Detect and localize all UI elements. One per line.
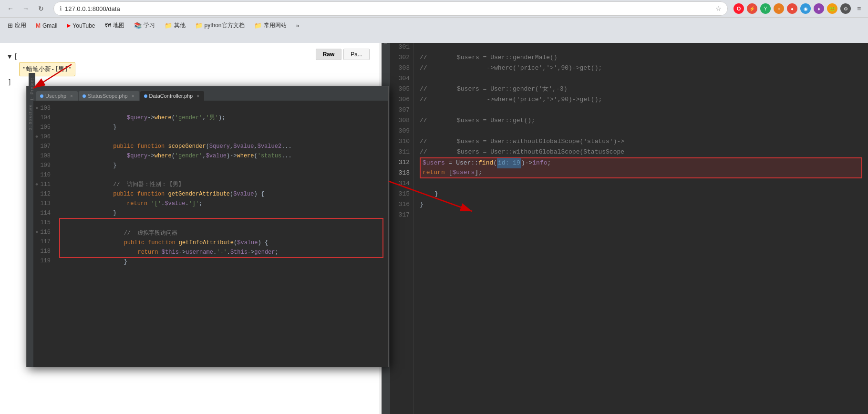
- study-label: 学习: [144, 21, 155, 30]
- raw-parse-buttons: Raw Pa...: [316, 49, 370, 60]
- refresh-button[interactable]: ↻: [34, 2, 48, 15]
- other-label: 其他: [174, 21, 186, 30]
- address-input[interactable]: [65, 5, 713, 12]
- gmail-icon: M: [36, 22, 41, 29]
- ext-icon-3[interactable]: ○: [774, 3, 784, 14]
- apps-icon: ⊞: [8, 22, 13, 29]
- ext-icon-7[interactable]: ⚙: [840, 3, 851, 14]
- code-line-307: [420, 105, 862, 115]
- overlay-tab-label-statusscope: StatusScope.php: [88, 93, 128, 99]
- code-line-313: return [$users];: [420, 168, 862, 178]
- json-string: "蜡笔小新-[男]": [19, 62, 75, 76]
- lock-icon: ℹ: [60, 5, 62, 12]
- code-line-311: // $users = User::withoutGlobalScope(Sta…: [420, 147, 862, 157]
- apps-label: 应用: [15, 21, 26, 30]
- ext-icon-2[interactable]: Y: [760, 3, 771, 14]
- overlay-dot-statusscope: [83, 94, 86, 98]
- code-line-306: // ->where('price','>',90)->get();: [420, 94, 862, 105]
- code-line-308: // $users = User::get();: [420, 115, 862, 126]
- overlay-close-datacontroller[interactable]: ×: [196, 93, 199, 99]
- overlay-line-110: // 访问器：性别：【男】: [58, 170, 384, 180]
- menu-icon[interactable]: ≡: [854, 3, 864, 14]
- ide-main-content: 1: Project 299300301302303 3043053063073…: [382, 17, 868, 414]
- bookmark-gmail[interactable]: M Gmail: [32, 21, 61, 31]
- python-label: python官方文档: [205, 21, 245, 30]
- bookmark-more[interactable]: »: [292, 21, 303, 31]
- forward-button[interactable]: →: [19, 2, 32, 15]
- bookmark-study[interactable]: 📚 学习: [130, 20, 159, 31]
- overlay-tab-statusscope[interactable]: StatusScope.php ×: [79, 91, 139, 101]
- code-area-main[interactable]: // $users = User::where('gender','男') //…: [414, 17, 868, 414]
- ide-main-panel: User.php × StatusScope.php × DataControl…: [382, 0, 868, 414]
- bookmarks-bar: ⊞ 应用 M Gmail ▶ YouTube 🗺 地图 📚 学习 📁 其他 📁 …: [0, 17, 868, 33]
- folder-icon-3: 📁: [254, 22, 262, 29]
- browser-titlebar: ← → ↻ ℹ ☆ O ⚡ Y ○ ● ◉ ♦ 🐸 ⚙ ≡: [0, 0, 868, 17]
- overlay-tab-label-user: User.php: [45, 93, 66, 99]
- star-icon: ☆: [715, 5, 722, 12]
- bookmark-apps[interactable]: ⊞ 应用: [4, 20, 30, 31]
- line-numbers-gutter: 299300301302303 304305306307308 30931031…: [390, 17, 414, 414]
- youtube-icon: ▶: [67, 22, 71, 29]
- code-line-302: // $users = User::genderMale(): [420, 52, 862, 63]
- ext-icon-6[interactable]: ♦: [814, 3, 824, 14]
- code-line-317: [420, 210, 862, 220]
- common-label: 常用网站: [264, 21, 287, 30]
- overlay-structure-panel: 2: Structure: [27, 101, 33, 367]
- code-line-305: // $users = User::gender('女',-3): [420, 84, 862, 94]
- ext-icon-5[interactable]: ◉: [800, 3, 811, 14]
- gmail-label: Gmail: [42, 22, 57, 29]
- maps-icon: 🗺: [105, 22, 111, 29]
- wallet-icon[interactable]: 🐸: [827, 3, 837, 14]
- overlay-structure-label: 2: Structure: [28, 104, 32, 130]
- overlay-code[interactable]: $query->where('gender','男'); } public fu…: [54, 101, 388, 367]
- more-icon: »: [296, 22, 300, 29]
- ide-overlay: 1: Project User.php × StatusScope.php × …: [26, 86, 389, 367]
- folder-icon-1: 📁: [165, 22, 172, 29]
- code-line-315: }: [420, 189, 862, 199]
- code-line-301: [420, 42, 862, 52]
- ide-overlay-content: 2: Structure ◆103 104 105 ◆106 107 108 1…: [27, 101, 388, 367]
- bookmark-python[interactable]: 📁 python官方文档: [191, 20, 248, 31]
- overlay-gutter: ◆103 104 105 ◆106 107 108 109 110 ◆111 1…: [33, 101, 54, 367]
- bookmark-youtube[interactable]: ▶ YouTube: [63, 21, 99, 31]
- address-bar-container[interactable]: ℹ ☆: [53, 1, 728, 16]
- browser-chrome: ← → ↻ ℹ ☆ O ⚡ Y ○ ● ◉ ♦ 🐸 ⚙ ≡ ⊞ 应用 M Gma: [0, 0, 868, 43]
- overlay-close-user[interactable]: ×: [70, 93, 73, 99]
- folder-icon-2: 📁: [195, 22, 203, 29]
- code-line-309: [420, 126, 862, 136]
- overlay-tab-datacontroller[interactable]: DataController.php ×: [140, 91, 205, 101]
- maps-label: 地图: [113, 21, 124, 30]
- ext-icon-4[interactable]: ●: [787, 3, 797, 14]
- code-line-316: }: [420, 199, 862, 210]
- browser-icons-right: O ⚡ Y ○ ● ◉ ♦ 🐸 ⚙ ≡: [734, 3, 864, 14]
- code-line-304: [420, 73, 862, 84]
- overlay-line-115: // 虚拟字段访问器: [62, 219, 381, 228]
- ext-icon-1[interactable]: ⚡: [747, 3, 757, 14]
- raw-button[interactable]: Raw: [316, 49, 342, 60]
- bookmark-common[interactable]: 📁 常用网站: [250, 20, 290, 31]
- study-icon: 📚: [134, 22, 142, 29]
- bookmark-other[interactable]: 📁 其他: [161, 20, 189, 31]
- bookmark-maps[interactable]: 🗺 地图: [101, 20, 128, 31]
- overlay-dot-datacontroller: [144, 94, 147, 98]
- overlay-line-103: $query->where('gender','男');: [58, 104, 384, 113]
- code-line-303: // ->where('price','>',90)->get();: [420, 63, 862, 73]
- code-line-314: [420, 178, 862, 189]
- code-line-312: $users = User::find(id: 19)->info;: [420, 157, 862, 168]
- overlay-sidebar-label: 1: Project: [30, 78, 34, 101]
- back-button[interactable]: ←: [4, 2, 17, 15]
- overlay-dot-user: [40, 94, 43, 98]
- code-line-310: // $users = User::withoutGlobalScope('st…: [420, 136, 862, 147]
- youtube-label: YouTube: [72, 22, 95, 29]
- ide-overlay-tabs: 1: Project User.php × StatusScope.php × …: [27, 86, 388, 101]
- parsed-button[interactable]: Pa...: [343, 49, 370, 60]
- overlay-sidebar-left: 1: Project: [29, 73, 35, 101]
- overlay-close-statusscope[interactable]: ×: [132, 93, 134, 99]
- overlay-line-106: public function scopeGender($query,$valu…: [58, 132, 384, 142]
- overlay-tab-label-datacontroller: DataController.php: [149, 93, 193, 99]
- opera-icon[interactable]: O: [734, 3, 744, 14]
- overlay-tab-user[interactable]: User.php ×: [36, 91, 78, 101]
- red-box-virtual-field: // 虚拟字段访问器 public function getInfoAttrib…: [59, 218, 383, 258]
